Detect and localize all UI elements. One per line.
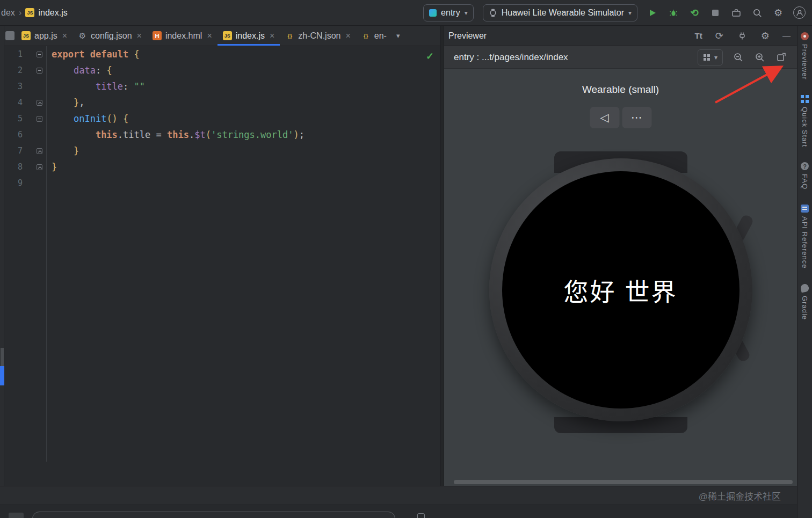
simulated-watch: 您好 世界 <box>487 151 755 433</box>
gutter-cell <box>23 116 46 122</box>
preview-horizontal-scrollbar[interactable] <box>454 480 793 484</box>
stop-button[interactable] <box>709 7 721 19</box>
code-line-2[interactable]: 2 data: { <box>4 62 440 78</box>
tab-zh-CN.json[interactable]: {}zh-CN.json× <box>280 26 356 46</box>
settings-button[interactable]: ⚙ <box>772 7 784 19</box>
watch-screen[interactable]: 您好 世界 <box>502 171 740 408</box>
code-line-1[interactable]: 1export default { <box>4 46 440 62</box>
close-icon[interactable]: × <box>345 31 350 41</box>
code-line-7[interactable]: 7 } <box>4 143 440 159</box>
back-button[interactable]: ◁ <box>590 107 619 128</box>
user-icon <box>796 9 803 17</box>
rotate-preview-button[interactable] <box>775 52 787 63</box>
sidebar-item-gradle[interactable]: Gradle <box>801 284 809 320</box>
sidebar-item-api-reference[interactable]: API Reference <box>801 205 809 269</box>
line-number[interactable]: 8 <box>4 159 23 175</box>
line-number[interactable]: 4 <box>4 94 23 111</box>
watermark: @稀土掘金技术社区 <box>699 489 781 502</box>
code-line-4[interactable]: 4 }, <box>4 94 440 111</box>
debug-button[interactable] <box>668 7 679 19</box>
breadcrumb-parent[interactable]: dex <box>1 8 15 18</box>
line-number[interactable]: 6 <box>4 127 23 143</box>
code-line-6[interactable]: 6 this.title = this.$t('strings.world'); <box>4 127 440 143</box>
sidebar-item-previewer[interactable]: Previewer <box>801 32 809 80</box>
line-number[interactable]: 7 <box>4 143 23 159</box>
stripe-scroll-thumb[interactable] <box>1 348 4 366</box>
code-line-3[interactable]: 3 title: "" <box>4 78 440 94</box>
title-bar: dex › JS index.js entry ▾ Huawei Lite We… <box>0 0 812 26</box>
more-button[interactable]: ⋯ <box>622 107 651 128</box>
line-number[interactable]: 2 <box>4 62 23 78</box>
close-icon[interactable]: × <box>270 31 274 41</box>
previewer-header-icons: Tt ⟳ ⚙ — <box>695 30 791 42</box>
previewer-settings-button[interactable]: ⚙ <box>761 31 770 41</box>
refresh-button[interactable]: ⟳ <box>715 31 723 41</box>
code-line-9[interactable]: 9 <box>4 175 440 191</box>
sidebar-item-faq[interactable]: ?FAQ <box>801 162 809 189</box>
line-number[interactable]: 1 <box>4 46 23 62</box>
close-icon[interactable]: × <box>137 31 142 41</box>
code-text: } <box>46 159 57 175</box>
js-file-icon: JS <box>25 8 34 17</box>
editor-pane: JSapp.js×⚙config.json×Hindex.hml×JSindex… <box>4 26 440 486</box>
tab-label: index.hml <box>165 31 202 41</box>
code-line-5[interactable]: 5 onInit() { <box>4 111 440 127</box>
gutter-cell <box>23 164 46 170</box>
tab-index.hml[interactable]: Hindex.hml× <box>147 26 218 46</box>
run-config-select[interactable]: entry ▾ <box>423 4 474 21</box>
fold-marker-icon[interactable] <box>37 148 42 154</box>
code-text: onInit() { <box>46 111 128 127</box>
sidebar-item-quick-start[interactable]: Quick Start <box>801 95 809 147</box>
refresh-icon: ⟳ <box>715 31 723 41</box>
text-size-button[interactable]: Tt <box>695 32 702 40</box>
layout-mode-button[interactable]: ▾ <box>698 49 723 65</box>
code-line-8[interactable]: 8} <box>4 159 440 175</box>
zoom-in-button[interactable] <box>754 52 766 63</box>
module-icon <box>429 9 437 17</box>
tab-en-[interactable]: {}en- <box>356 26 392 46</box>
project-structure-button[interactable] <box>730 7 742 19</box>
fold-marker-icon[interactable] <box>37 164 42 170</box>
fold-marker-icon[interactable] <box>37 116 42 122</box>
code-text: title: "" <box>46 78 145 94</box>
code-editor[interactable]: ✓ 1export default {2 data: {3 title: ""4… <box>4 46 440 486</box>
stripe-selection-marker <box>0 366 4 385</box>
tab-index.js[interactable]: JSindex.js× <box>218 26 280 46</box>
splitter[interactable] <box>440 26 444 486</box>
rerun-tasks-button[interactable]: ⟲ <box>688 7 700 19</box>
device-select[interactable]: Huawei Lite Wearable Simulator ▾ <box>483 4 637 21</box>
api-icon <box>801 205 809 213</box>
line-number[interactable]: 3 <box>4 78 23 94</box>
line-number[interactable]: 9 <box>4 175 23 191</box>
breadcrumb-file[interactable]: index.js <box>38 8 67 18</box>
right-tool-stripe: PreviewerQuick Start?FAQAPI ReferenceGra… <box>797 26 812 518</box>
tab-label: config.json <box>91 31 132 41</box>
fold-marker-icon[interactable] <box>37 100 42 106</box>
code-text: this.title = this.$t('strings.world'); <box>46 127 305 143</box>
eye-icon <box>801 32 809 40</box>
watch-bezel: 您好 世界 <box>489 158 752 421</box>
file-icon <box>5 31 15 40</box>
close-icon[interactable]: × <box>62 31 67 41</box>
inspector-button[interactable] <box>736 30 748 42</box>
previewer-pane: Previewer Tt ⟳ ⚙ — <box>444 26 797 486</box>
close-icon[interactable]: × <box>207 31 212 41</box>
partial-search-input[interactable] <box>32 512 395 518</box>
previewer-header: Previewer Tt ⟳ ⚙ — <box>444 26 797 46</box>
tab-config.json[interactable]: ⚙config.json× <box>73 26 147 46</box>
line-number[interactable]: 5 <box>4 111 23 127</box>
tab-app.js[interactable]: JSapp.js× <box>16 26 73 46</box>
fold-marker-icon[interactable] <box>37 52 42 57</box>
run-button[interactable] <box>647 7 658 19</box>
partial-checkbox[interactable] <box>417 513 425 518</box>
account-button[interactable] <box>793 6 806 19</box>
hidden-tabs-button[interactable]: ▾ <box>392 26 404 46</box>
zoom-out-button[interactable] <box>733 52 744 63</box>
partial-tab[interactable] <box>4 26 16 46</box>
i18n-file-icon: {} <box>285 31 294 40</box>
hide-panel-button[interactable]: — <box>782 32 791 40</box>
zoom-out-icon <box>733 52 744 63</box>
search-everywhere-button[interactable] <box>751 7 763 19</box>
fold-marker-icon[interactable] <box>37 68 42 74</box>
previewer-title: Previewer <box>448 31 487 41</box>
